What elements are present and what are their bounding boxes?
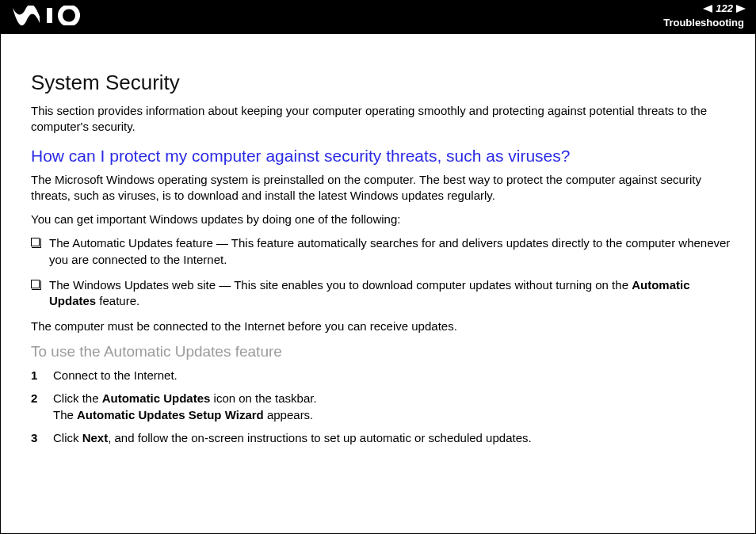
intro-paragraph: This section provides information about … [31, 103, 731, 135]
bullet-list: The Automatic Updates feature — This fea… [31, 235, 731, 309]
step-number: 1 [31, 367, 39, 383]
body-paragraph: You can get important Windows updates by… [31, 212, 731, 227]
step-item: 2 Click the Automatic Updates icon on th… [31, 390, 731, 423]
step-number: 2 [31, 390, 39, 406]
step-number: 3 [31, 429, 39, 446]
document-page: 122 Troubleshooting System Security This… [0, 0, 756, 534]
numbered-steps: 1 Connect to the Internet. 2 Click the A… [31, 367, 731, 446]
section-heading: How can I protect my computer against se… [31, 147, 731, 166]
list-item: The Windows Updates web site — This site… [31, 277, 731, 310]
page-content: System Security This section provides in… [1, 34, 755, 446]
vaio-logo [12, 6, 82, 29]
page-title: System Security [31, 71, 731, 95]
section-label: Troubleshooting [663, 17, 744, 29]
body-paragraph: The computer must be connected to the In… [31, 318, 731, 334]
vaio-logo-icon [12, 6, 82, 25]
body-paragraph: The Microsoft Windows operating system i… [31, 172, 731, 204]
step-text: Click the Automatic Updates icon on the … [53, 390, 317, 423]
step-text: Connect to the Internet. [53, 367, 178, 383]
svg-rect-0 [47, 8, 52, 23]
svg-point-1 [60, 7, 78, 25]
list-item-text: The Windows Updates web site — This site… [49, 277, 731, 310]
arrow-right-icon[interactable] [736, 5, 746, 13]
page-header: 122 Troubleshooting [1, 1, 755, 34]
list-item-text: The Automatic Updates feature — This fea… [49, 235, 731, 268]
step-item: 1 Connect to the Internet. [31, 367, 731, 383]
page-number: 122 [716, 2, 733, 14]
arrow-left-icon[interactable] [703, 5, 712, 13]
subsection-heading: To use the Automatic Updates feature [31, 343, 731, 360]
step-text: Click Next, and follow the on-screen ins… [53, 429, 532, 446]
bullet-icon [31, 280, 40, 288]
step-item: 3 Click Next, and follow the on-screen i… [31, 429, 731, 446]
bullet-icon [31, 238, 40, 246]
list-item: The Automatic Updates feature — This fea… [31, 235, 731, 268]
page-navigation: 122 [703, 2, 746, 14]
